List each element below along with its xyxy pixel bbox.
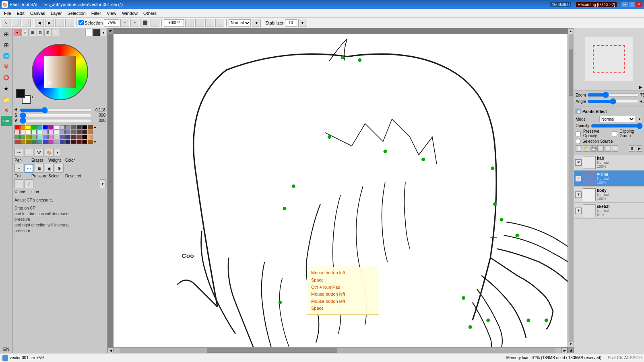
swatch[interactable] — [31, 130, 37, 134]
pe-btn-5[interactable]: ⬜ — [605, 145, 611, 152]
swatch[interactable] — [43, 140, 48, 144]
mini-btn-misc[interactable]: ⬜ — [52, 29, 59, 36]
swatch[interactable] — [82, 135, 87, 139]
offset-btn-4[interactable]: ⬜ — [215, 19, 224, 27]
tool-weight-btn[interactable]: W — [35, 148, 43, 157]
menu-filter[interactable]: Filter — [89, 10, 103, 16]
sidebar-icon-chrome[interactable]: ⭕ — [1, 72, 12, 83]
tool-edit-btn[interactable]: ↔ — [14, 164, 23, 173]
swatch[interactable] — [14, 125, 20, 130]
zoom-slider[interactable] — [587, 93, 639, 97]
tool-curve-btn[interactable]: ⌒ — [14, 179, 23, 188]
tool-deselect-btn[interactable]: ▣ — [45, 164, 54, 173]
fg-color[interactable] — [16, 89, 25, 98]
swatch[interactable] — [65, 130, 70, 134]
expand-panel-btn[interactable]: ▼ — [100, 179, 105, 188]
toolbar-nav-4[interactable]: ⬜ — [65, 19, 74, 27]
pe-btn-4[interactable]: ⬜ — [597, 145, 604, 152]
sidebar-icon-globe[interactable]: 🌐 — [1, 51, 12, 61]
swatch[interactable] — [43, 125, 48, 130]
color-wheel[interactable] — [32, 44, 88, 100]
hue-slider[interactable] — [20, 108, 92, 112]
layer-item-body[interactable]: 👁 body Normal 100% — [574, 187, 644, 203]
mini-btn-fg[interactable]: ● — [14, 29, 21, 36]
pe-btn-save[interactable]: 💾 — [590, 145, 597, 152]
scroll-v-thumb[interactable] — [569, 49, 573, 95]
scroll-h-right-btn[interactable]: ▶ — [561, 348, 568, 354]
toolbar-nav-3[interactable]: ⬜ — [55, 19, 64, 27]
color-wheel-inner[interactable] — [44, 56, 76, 88]
pe-btn-load[interactable]: 📂 — [583, 145, 589, 152]
angle-slider[interactable] — [587, 100, 639, 103]
offset-btn-2[interactable]: ⬜ — [195, 19, 204, 27]
swatch[interactable] — [82, 130, 87, 134]
swatch[interactable] — [48, 135, 54, 139]
swatch[interactable] — [71, 140, 76, 144]
selection-checkbox[interactable] — [78, 20, 84, 25]
minimize-btn[interactable]: — — [621, 2, 628, 7]
mini-btn-lines[interactable]: ≡ — [21, 29, 29, 36]
canvas-corner-tl[interactable]: ◤ — [107, 28, 114, 34]
offset-btn-1[interactable]: ⬜ — [185, 19, 194, 27]
swatch[interactable] — [31, 135, 37, 139]
scroll-v-up-btn[interactable]: ▲ — [568, 28, 574, 34]
swatch[interactable] — [54, 140, 59, 144]
swatch[interactable] — [20, 140, 25, 144]
offset-btn-3[interactable]: ⬜ — [205, 19, 214, 27]
menu-window[interactable]: Window — [120, 10, 140, 16]
swatch[interactable] — [54, 130, 59, 134]
canvas-area[interactable]: Coo Mouse button left Space Ctrl + NumPa… — [107, 28, 574, 353]
tool-color-btn[interactable]: 🎨 — [45, 148, 54, 157]
swatch[interactable] — [88, 140, 93, 144]
sidebar-icon-sai[interactable]: SAI — [1, 116, 12, 126]
pe-preserve-checkbox[interactable] — [576, 131, 581, 136]
sidebar-icon-windows[interactable]: ⊞ — [1, 29, 12, 39]
tool-line-btn[interactable]: / — [25, 179, 33, 188]
swatch[interactable] — [31, 125, 37, 130]
toolbar-nav-1[interactable]: ◀ — [35, 19, 44, 27]
toolbar-btn-3[interactable]: ⬜ — [22, 19, 31, 27]
sidebar-icon-star[interactable]: ★ — [1, 83, 12, 94]
swatch[interactable] — [20, 135, 25, 139]
swatch[interactable] — [71, 125, 76, 130]
pe-clipping-checkbox[interactable] — [612, 131, 617, 136]
sidebar-icon-folder[interactable]: 📁 — [1, 94, 12, 105]
maximize-btn[interactable]: □ — [629, 2, 635, 7]
mini-btn-grid1[interactable]: ⊞ — [29, 29, 36, 36]
swatch[interactable] — [20, 125, 25, 130]
canvas-corner-br[interactable]: ◢ — [568, 347, 574, 353]
swatch[interactable] — [76, 140, 82, 144]
pe-right-btn[interactable]: ▶ — [636, 145, 642, 152]
menu-layer[interactable]: Layer — [48, 10, 64, 16]
swatch[interactable] — [14, 140, 20, 144]
pe-btn-trash[interactable]: 🗑 — [629, 145, 635, 152]
swatch[interactable] — [71, 135, 76, 139]
swatch[interactable] — [88, 130, 93, 134]
sidebar-icon-firefox[interactable]: 🦊 — [1, 62, 12, 72]
layer-vis-body[interactable]: 👁 — [575, 191, 582, 198]
pe-btn-new[interactable]: 📄 — [576, 145, 582, 152]
swatch[interactable] — [54, 135, 59, 139]
swatch[interactable] — [26, 135, 31, 139]
toolbar-btn-1[interactable]: ↖ — [2, 19, 10, 27]
layer-item-sketch[interactable]: 👁 sketch Normal 51% — [574, 203, 644, 219]
offset-input[interactable] — [164, 19, 184, 27]
menu-view[interactable]: View — [104, 10, 119, 16]
layer-item-hair[interactable]: 👁 hair Normal 100% — [574, 154, 644, 171]
scroll-h-thumb[interactable] — [207, 348, 338, 353]
drawing-canvas[interactable]: Coo Mouse button left Space Ctrl + NumPa… — [114, 34, 568, 347]
toolbar-nav-2[interactable]: ▶ — [45, 19, 54, 27]
swatch[interactable] — [65, 135, 70, 139]
swatch-scroll-down[interactable]: ▲ ▼ — [93, 125, 99, 144]
swatch[interactable] — [48, 125, 54, 130]
swatch[interactable] — [48, 130, 54, 134]
pe-source-radio[interactable] — [576, 139, 581, 144]
scroll-h-left-btn[interactable]: ◀ — [107, 348, 114, 354]
mini-btn-dark[interactable] — [93, 29, 100, 36]
zoom-btn-plus[interactable]: + — [130, 19, 139, 27]
swatch[interactable] — [60, 140, 65, 144]
tool-extra-btn[interactable]: ⊕ — [55, 164, 64, 173]
mode-select[interactable]: Normal — [229, 19, 251, 27]
zoom-input[interactable] — [104, 19, 119, 27]
swatch[interactable] — [82, 125, 87, 130]
